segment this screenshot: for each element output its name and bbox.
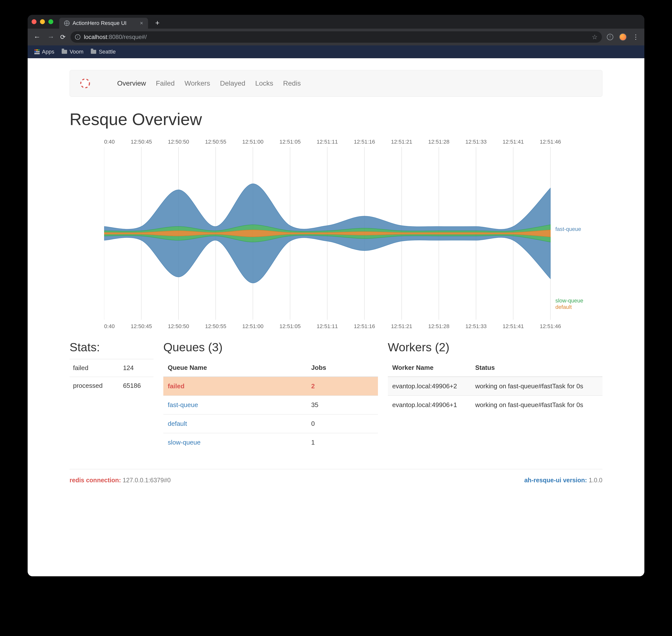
svg-text:12:51:11: 12:51:11: [317, 323, 338, 329]
workers-table: Worker Name Status evantop.local:49906+2…: [388, 359, 602, 414]
svg-text:12:51:46: 12:51:46: [540, 139, 561, 145]
queue-link[interactable]: default: [168, 420, 187, 427]
tab-title: ActionHero Resque UI: [73, 20, 126, 26]
stats-label: failed: [70, 359, 120, 377]
svg-text:12:50:55: 12:50:55: [205, 139, 226, 145]
svg-text:12:50:45: 12:50:45: [131, 323, 152, 329]
svg-text:12:51:33: 12:51:33: [466, 139, 487, 145]
nav-failed[interactable]: Failed: [156, 79, 175, 87]
queue-row: fast-queue35: [163, 396, 378, 415]
queue-row: slow-queue1: [163, 433, 378, 452]
minimize-window-icon[interactable]: [40, 19, 45, 24]
folder-icon: [91, 50, 96, 54]
worker-name: evantop.local:49906+1: [388, 396, 471, 415]
profile-avatar[interactable]: [619, 33, 627, 41]
bookmark-star-icon[interactable]: ☆: [592, 33, 597, 41]
browser-window: ActionHero Resque UI × + ← → ⟳ i localho…: [27, 15, 645, 576]
queue-name[interactable]: slow-queue: [163, 433, 307, 452]
new-tab-button[interactable]: +: [153, 19, 162, 27]
bookmarks-bar: Apps Voom Seattle: [27, 45, 645, 58]
queue-name[interactable]: fast-queue: [163, 396, 307, 415]
bookmark-seattle[interactable]: Seattle: [91, 48, 116, 55]
queue-name[interactable]: failed: [163, 377, 307, 396]
svg-text:12:51:28: 12:51:28: [428, 139, 450, 145]
svg-text:12:51:41: 12:51:41: [502, 139, 524, 145]
stats-value: 65186: [120, 377, 154, 395]
forward-button[interactable]: →: [46, 33, 55, 41]
queue-row: failed2: [163, 377, 378, 396]
apps-icon: [35, 49, 39, 54]
svg-text:12:51:16: 12:51:16: [354, 139, 375, 145]
close-window-icon[interactable]: [32, 19, 37, 24]
nav-overview[interactable]: Overview: [117, 79, 146, 87]
toolbar-tail: ! ⋮: [607, 33, 639, 41]
version-label: ah-resque-ui version:: [524, 477, 587, 483]
svg-text:12:51:00: 12:51:00: [242, 323, 263, 329]
apps-shortcut[interactable]: Apps: [35, 48, 54, 55]
queue-link[interactable]: slow-queue: [168, 439, 201, 446]
queues-title: Queues (3): [163, 340, 378, 354]
svg-text:12:51:28: 12:51:28: [428, 323, 450, 329]
site-info-icon[interactable]: i: [75, 34, 80, 40]
stats-row: processed65186: [70, 377, 154, 395]
address-bar[interactable]: i localhost:8080/resque#/ ☆: [71, 31, 602, 43]
worker-row: evantop.local:49906+1working on fast-que…: [388, 396, 602, 415]
stats-value: 124: [120, 359, 154, 377]
stats-row: failed124: [70, 359, 154, 377]
svg-text:12:51:00: 12:51:00: [242, 139, 263, 145]
queues-th-jobs: Jobs: [307, 359, 378, 377]
app-navbar: OverviewFailedWorkersDelayedLocksRedis: [70, 70, 602, 97]
queues-th-name: Queue Name: [163, 359, 307, 377]
bookmark-voom[interactable]: Voom: [62, 48, 83, 55]
nav-locks[interactable]: Locks: [255, 79, 273, 87]
svg-text:fast-queue: fast-queue: [555, 226, 581, 232]
svg-text:slow-queue: slow-queue: [555, 298, 583, 304]
queue-jobs: 35: [307, 396, 378, 415]
workers-th-name: Worker Name: [388, 359, 471, 377]
worker-name: evantop.local:49906+2: [388, 377, 471, 396]
bookmark-label: Seattle: [99, 48, 116, 55]
svg-text:12:51:11: 12:51:11: [317, 139, 338, 145]
page-content: OverviewFailedWorkersDelayedLocksRedis R…: [27, 58, 645, 576]
worker-status: working on fast-queue#fastTask for 0s: [471, 377, 602, 396]
worker-row: evantop.local:49906+2working on fast-que…: [388, 377, 602, 396]
footer: redis connection: 127.0.0.1:6379#0 ah-re…: [70, 469, 602, 484]
queue-chart: 12:50:4012:50:4012:50:4512:50:4512:50:50…: [70, 135, 602, 333]
workers-th-status: Status: [471, 359, 602, 377]
svg-text:12:50:55: 12:50:55: [205, 323, 226, 329]
reload-button[interactable]: ⟳: [60, 33, 66, 41]
url-host: localhost: [84, 34, 107, 40]
svg-text:12:50:50: 12:50:50: [168, 139, 189, 145]
nav-redis[interactable]: Redis: [283, 79, 301, 87]
close-tab-icon[interactable]: ×: [140, 20, 143, 26]
queue-jobs: 2: [307, 377, 378, 396]
svg-text:12:50:40: 12:50:40: [104, 323, 115, 329]
redis-connection-label: redis connection:: [70, 477, 121, 483]
svg-text:12:51:21: 12:51:21: [391, 139, 412, 145]
toolbar: ← → ⟳ i localhost:8080/resque#/ ☆ ! ⋮: [27, 28, 645, 45]
page-title: Resque Overview: [70, 110, 602, 129]
maximize-window-icon[interactable]: [48, 19, 53, 24]
browser-tab[interactable]: ActionHero Resque UI ×: [59, 18, 148, 28]
stats-panel: Stats: failed124processed65186: [70, 340, 154, 452]
globe-icon: [64, 20, 70, 26]
folder-icon: [62, 50, 67, 54]
queue-link[interactable]: fast-queue: [168, 401, 198, 409]
queue-name[interactable]: default: [163, 415, 307, 433]
version-value: 1.0.0: [589, 477, 602, 483]
brand-icon: [80, 78, 91, 89]
workers-panel: Workers (2) Worker Name Status evantop.l…: [388, 340, 602, 452]
queue-row: default0: [163, 415, 378, 433]
alert-icon[interactable]: !: [607, 34, 613, 40]
back-button[interactable]: ←: [33, 33, 41, 41]
titlebar: ActionHero Resque UI × +: [27, 15, 645, 28]
svg-text:12:51:05: 12:51:05: [279, 139, 301, 145]
stats-label: processed: [70, 377, 120, 395]
menu-icon[interactable]: ⋮: [633, 33, 639, 41]
queue-jobs: 1: [307, 433, 378, 452]
svg-point-0: [81, 79, 89, 87]
queues-panel: Queues (3) Queue Name Jobs failed2fast-q…: [163, 340, 378, 452]
stats-title: Stats:: [70, 340, 154, 354]
nav-delayed[interactable]: Delayed: [220, 79, 245, 87]
nav-workers[interactable]: Workers: [184, 79, 210, 87]
